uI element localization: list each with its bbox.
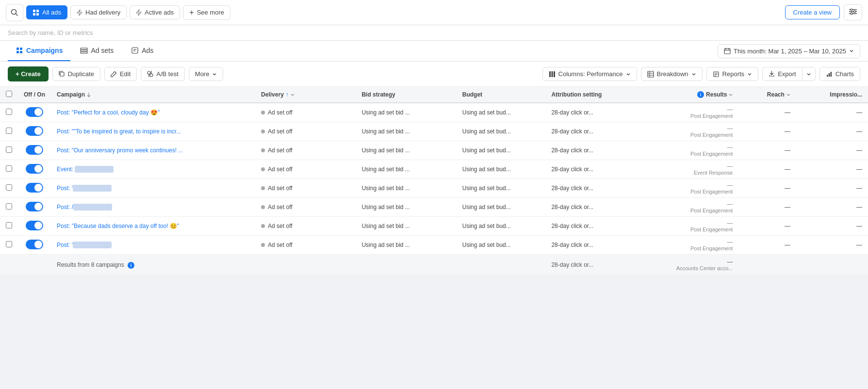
row-toggle-6[interactable] xyxy=(26,202,43,211)
campaign-link-7[interactable]: Post: "Because dads deserve a day off to… xyxy=(57,223,179,229)
row-toggle-8[interactable] xyxy=(26,240,43,249)
svg-rect-26 xyxy=(60,72,64,76)
charts-button[interactable]: Charts xyxy=(819,67,860,81)
ab-test-icon xyxy=(147,71,153,77)
impressions-5: — xyxy=(796,179,868,198)
date-picker-button[interactable]: This month: Mar 1, 2025 – Mar 10, 2025 xyxy=(718,44,860,58)
row-checkbox-7[interactable] xyxy=(6,222,12,228)
table-row: Post: "Our anniversary promo week contin… xyxy=(0,141,868,160)
ab-test-button[interactable]: A/B test xyxy=(141,67,185,81)
ads-icon xyxy=(131,47,139,54)
svg-rect-42 xyxy=(827,75,828,77)
lightning-icon-1 xyxy=(77,9,82,16)
create-view-button[interactable]: Create a view xyxy=(785,5,840,19)
campaigns-tab[interactable]: Campaigns xyxy=(8,41,70,61)
results-6: —Post Engagement xyxy=(638,198,738,217)
footer-attribution: 28-day click or... xyxy=(545,255,638,276)
results-2: —Post Engagement xyxy=(638,122,738,141)
all-ads-tab[interactable]: All ads xyxy=(26,5,67,19)
svg-rect-31 xyxy=(549,71,551,77)
row-checkbox-3[interactable] xyxy=(6,146,12,153)
columns-chevron-icon xyxy=(626,72,631,77)
delivery-dot-3 xyxy=(261,148,265,152)
edit-button[interactable]: Edit xyxy=(104,67,137,81)
export-dropdown-button[interactable] xyxy=(802,67,816,81)
more-button[interactable]: More xyxy=(189,67,224,81)
row-toggle-3[interactable] xyxy=(26,145,43,155)
had-delivery-tab[interactable]: Had delivery xyxy=(70,5,127,19)
row-toggle-5[interactable] xyxy=(26,183,43,193)
table-header-row: Off / On Campaign Delivery ↑ xyxy=(0,87,868,103)
see-more-tab[interactable]: + See more xyxy=(183,5,230,20)
results-5: —Post Engagement xyxy=(638,179,738,198)
row-toggle-1[interactable] xyxy=(26,107,43,117)
search-bar: Search by name, ID or metrics xyxy=(0,25,868,41)
attribution-8: 28-day click or... xyxy=(545,236,638,255)
select-all-checkbox[interactable] xyxy=(6,91,12,97)
active-ads-tab[interactable]: Active ads xyxy=(130,5,180,19)
export-button[interactable]: Export xyxy=(762,67,802,81)
footer-info-icon[interactable]: i xyxy=(128,262,134,269)
campaign-link-3[interactable]: Post: "Our anniversary promo week contin… xyxy=(57,147,183,154)
chevron-down-icon xyxy=(849,49,854,53)
reports-button[interactable]: Reports xyxy=(706,67,759,81)
reach-4: — xyxy=(738,160,796,179)
impressions-3: — xyxy=(796,141,868,160)
svg-rect-16 xyxy=(81,48,87,49)
footer-results: — Accounts Center acco... xyxy=(638,255,738,276)
row-toggle-2[interactable] xyxy=(26,126,43,136)
row-toggle-4[interactable] xyxy=(26,164,43,174)
campaign-sort-icon xyxy=(87,92,91,97)
campaign-link-4[interactable]: Event: xyxy=(57,166,114,173)
bid-strategy-6: Using ad set bid ... xyxy=(356,198,456,217)
results-info-icon[interactable]: i xyxy=(697,91,704,98)
svg-point-27 xyxy=(147,71,150,74)
blurred-text xyxy=(73,242,112,248)
campaign-link-5[interactable]: Post: ' xyxy=(57,185,112,192)
duplicate-button[interactable]: Duplicate xyxy=(52,67,100,81)
table-container: Off / On Campaign Delivery ↑ xyxy=(0,87,868,276)
table-row: Post: ' Ad set offUsing ad set bid ...Us… xyxy=(0,179,868,198)
reach-5: — xyxy=(738,179,796,198)
row-checkbox-1[interactable] xyxy=(6,109,12,115)
svg-rect-2 xyxy=(33,10,35,12)
create-button[interactable]: + Create xyxy=(8,66,49,81)
columns-button[interactable]: Columns: Performance xyxy=(542,67,637,81)
campaigns-icon xyxy=(16,47,23,54)
duplicate-icon xyxy=(59,71,65,77)
results-1: —Post Engagement xyxy=(638,103,738,122)
adsets-icon xyxy=(80,47,88,54)
row-checkbox-2[interactable] xyxy=(6,128,12,134)
search-button[interactable] xyxy=(6,4,23,21)
budget-3: Using ad set bud... xyxy=(457,141,546,160)
delivery-dot-1 xyxy=(261,111,265,114)
row-checkbox-4[interactable] xyxy=(6,165,12,172)
ads-tab[interactable]: Ads xyxy=(123,41,161,61)
campaign-link-2[interactable]: Post: ""To be inspired is great, to insp… xyxy=(57,128,181,135)
top-bar: All ads Had delivery Active ads + See mo… xyxy=(0,0,868,25)
th-off-on: Off / On xyxy=(18,87,51,103)
svg-rect-13 xyxy=(20,48,22,50)
row-checkbox-8[interactable] xyxy=(6,241,12,247)
row-toggle-7[interactable] xyxy=(26,221,43,230)
th-reach[interactable]: Reach xyxy=(738,87,796,103)
th-delivery[interactable]: Delivery ↑ xyxy=(255,87,356,103)
th-results[interactable]: i Results xyxy=(638,87,738,103)
grid-icon xyxy=(33,9,39,16)
th-campaign[interactable]: Campaign xyxy=(51,87,255,103)
breakdown-button[interactable]: Breakdown xyxy=(641,67,703,81)
settings-button[interactable] xyxy=(844,4,862,20)
row-checkbox-6[interactable] xyxy=(6,203,12,210)
delivery-sort-icon xyxy=(291,93,295,97)
campaign-link-6[interactable]: Post: / xyxy=(57,204,112,211)
th-impressions: Impressio... xyxy=(796,87,868,103)
adsets-tab[interactable]: Ad sets xyxy=(72,41,121,61)
svg-rect-22 xyxy=(724,49,730,54)
campaign-link-1[interactable]: Post: "Perfect for a cool, cloudy day 😍" xyxy=(57,109,160,116)
svg-rect-17 xyxy=(81,50,87,51)
row-checkbox-5[interactable] xyxy=(6,184,12,191)
campaign-link-8[interactable]: Post: ' xyxy=(57,242,112,248)
impressions-7: — xyxy=(796,217,868,236)
svg-point-11 xyxy=(851,13,852,15)
delivery-text-2: Ad set off xyxy=(268,128,292,135)
